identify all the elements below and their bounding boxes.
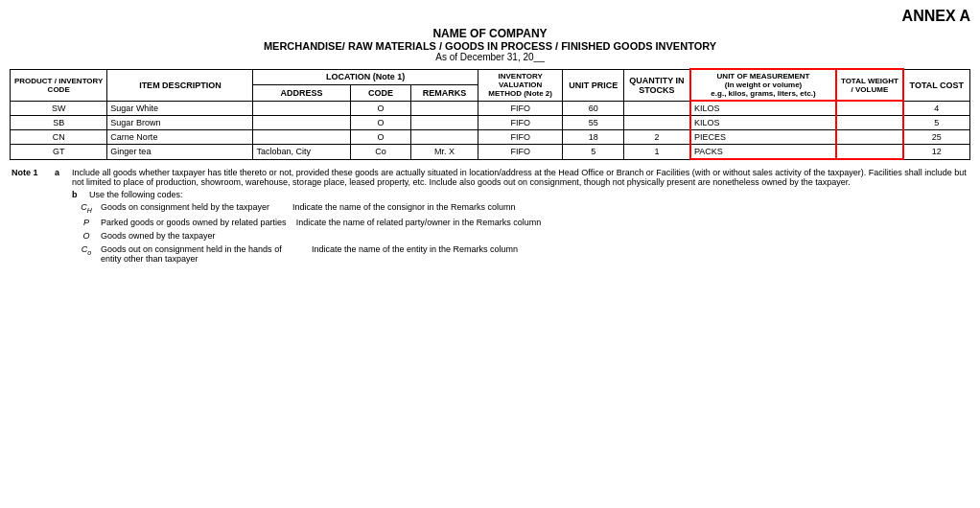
header-section: NAME OF COMPANY MERCHANDISE/ RAW MATERIA… bbox=[10, 27, 970, 62]
table-cell bbox=[411, 116, 478, 130]
item-desc-header: ITEM DESCRIPTION bbox=[107, 69, 253, 101]
page: ANNEX A NAME OF COMPANY MERCHANDISE/ RAW… bbox=[0, 0, 980, 275]
table-cell: CN bbox=[11, 130, 107, 145]
total-cost-header: TOTAL COST bbox=[903, 69, 970, 101]
code-description: Goods out on consignment held in the han… bbox=[101, 244, 312, 264]
quantity-in-stocks-header: QUANTITY IN STOCKS bbox=[623, 69, 690, 101]
table-cell: 12 bbox=[903, 145, 970, 160]
code-explain: Indicate the name of the entity in the R… bbox=[312, 244, 968, 264]
table-cell bbox=[411, 130, 478, 145]
table-cell: Carne Norte bbox=[107, 130, 253, 145]
code-explain bbox=[292, 231, 968, 241]
table-cell: 5 bbox=[563, 145, 623, 160]
address-header: ADDRESS bbox=[253, 85, 350, 102]
table-cell: 5 bbox=[903, 116, 970, 130]
table-cell: Tacloban, City bbox=[253, 145, 350, 160]
code-description: Parked goods or goods owned by related p… bbox=[101, 218, 296, 227]
table-cell bbox=[623, 101, 690, 116]
company-name: NAME OF COMPANY bbox=[10, 27, 970, 40]
table-cell: PIECES bbox=[690, 130, 836, 145]
table-cell: O bbox=[350, 101, 410, 116]
unit-of-measurement-header: UNIT OF MEASUREMENT (In weight or volume… bbox=[690, 69, 836, 101]
table-cell: 55 bbox=[563, 116, 623, 130]
table-cell: FIFO bbox=[478, 116, 563, 130]
table-cell: O bbox=[350, 130, 410, 145]
location-header: LOCATION (Note 1) bbox=[253, 69, 478, 85]
table-cell: FIFO bbox=[478, 101, 563, 116]
code-description: Goods on consignment held by the taxpaye… bbox=[101, 202, 292, 214]
table-cell: Sugar Brown bbox=[107, 116, 253, 130]
code-explain: Indicate the name of the consignor in th… bbox=[292, 202, 968, 214]
note1-label: Note 1 bbox=[12, 168, 55, 177]
table-cell: 1 bbox=[623, 145, 690, 160]
note1a-row: Note 1 a Include all goods whether taxpa… bbox=[12, 168, 968, 187]
table-row: GTGinger teaTacloban, CityCoMr. XFIFO51P… bbox=[11, 145, 970, 160]
code-symbol: P bbox=[72, 218, 101, 227]
table-cell: FIFO bbox=[478, 130, 563, 145]
note1a-label: a bbox=[55, 168, 72, 177]
note1b-label: b bbox=[72, 190, 89, 199]
table-cell: 25 bbox=[903, 130, 970, 145]
table-cell bbox=[836, 145, 903, 160]
code-symbol: Co bbox=[72, 244, 101, 264]
code-row: CHGoods on consignment held by the taxpa… bbox=[72, 202, 968, 214]
table-cell bbox=[836, 130, 903, 145]
table-cell: SW bbox=[11, 101, 107, 116]
table-cell: PACKS bbox=[690, 145, 836, 160]
code-symbol: CH bbox=[72, 202, 101, 214]
table-cell: Ginger tea bbox=[107, 145, 253, 160]
code-row: PParked goods or goods owned by related … bbox=[72, 218, 968, 227]
inventory-valuation-header: INVENTORY VALUATION METHOD (Note 2) bbox=[478, 69, 563, 101]
code-header: CODE bbox=[350, 85, 410, 102]
subtitle: MERCHANDISE/ RAW MATERIALS / GOODS IN PR… bbox=[10, 40, 970, 52]
notes-section: Note 1 a Include all goods whether taxpa… bbox=[10, 168, 970, 264]
table-cell bbox=[623, 116, 690, 130]
code-row: OGoods owned by the taxpayer bbox=[72, 231, 968, 241]
table-cell: KILOS bbox=[690, 116, 836, 130]
header-row-1: PRODUCT / INVENTORY CODE ITEM DESCRIPTIO… bbox=[11, 69, 970, 85]
codes-container: CHGoods on consignment held by the taxpa… bbox=[72, 202, 968, 264]
table-cell bbox=[836, 116, 903, 130]
annex-label: ANNEX A bbox=[10, 8, 970, 25]
table-cell bbox=[253, 116, 350, 130]
table-cell bbox=[836, 101, 903, 116]
total-weight-header: TOTAL WEIGHT / VOLUME bbox=[836, 69, 903, 101]
note1a-text: Include all goods whether taxpayer has t… bbox=[72, 168, 968, 187]
note1b-intro: Use the following codes: bbox=[89, 190, 968, 199]
table-cell bbox=[253, 101, 350, 116]
note1b-section: b Use the following codes: CHGoods on co… bbox=[72, 190, 968, 264]
table-cell: FIFO bbox=[478, 145, 563, 160]
table-row: SWSugar WhiteOFIFO60KILOS4 bbox=[11, 101, 970, 116]
code-description: Goods owned by the taxpayer bbox=[101, 231, 292, 241]
table-cell: Sugar White bbox=[107, 101, 253, 116]
table-cell: Mr. X bbox=[411, 145, 478, 160]
table-cell bbox=[411, 101, 478, 116]
code-symbol: O bbox=[72, 231, 101, 241]
remarks-header: REMARKS bbox=[411, 85, 478, 102]
table-cell: O bbox=[350, 116, 410, 130]
table-cell: 18 bbox=[563, 130, 623, 145]
as-of: As of December 31, 20__ bbox=[10, 52, 970, 62]
note1b-intro-row: b Use the following codes: bbox=[72, 190, 968, 199]
code-row: CoGoods out on consignment held in the h… bbox=[72, 244, 968, 264]
table-cell: Co bbox=[350, 145, 410, 160]
table-cell: SB bbox=[11, 116, 107, 130]
table-cell: 2 bbox=[623, 130, 690, 145]
table-row: SBSugar BrownOFIFO55KILOS5 bbox=[11, 116, 970, 130]
table-row: CNCarne NorteOFIFO182PIECES25 bbox=[11, 130, 970, 145]
table-cell bbox=[253, 130, 350, 145]
unit-price-header: UNIT PRICE bbox=[563, 69, 623, 101]
product-code-header: PRODUCT / INVENTORY CODE bbox=[11, 69, 107, 101]
annex-title: ANNEX A bbox=[902, 8, 970, 24]
inventory-table: PRODUCT / INVENTORY CODE ITEM DESCRIPTIO… bbox=[10, 68, 970, 160]
table-cell: 60 bbox=[563, 101, 623, 116]
table-cell: KILOS bbox=[690, 101, 836, 116]
table-cell: GT bbox=[11, 145, 107, 160]
code-explain: Indicate the name of related party/owner… bbox=[296, 218, 968, 227]
table-cell: 4 bbox=[903, 101, 970, 116]
